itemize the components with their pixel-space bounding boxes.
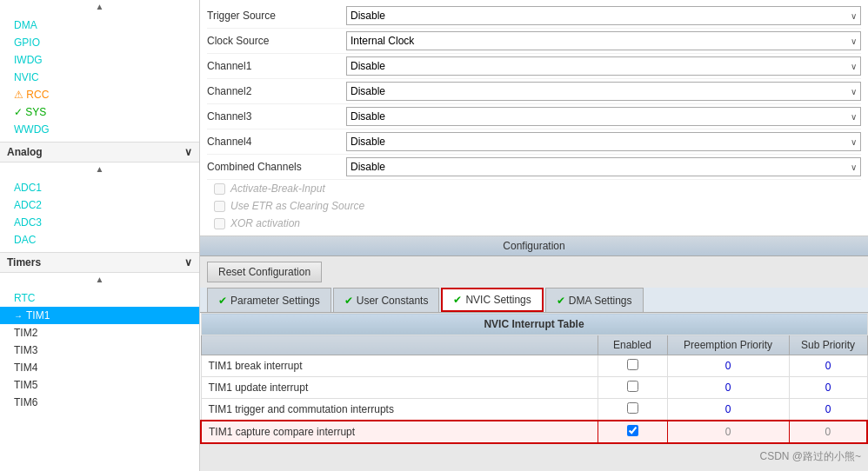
tim1-break-sub: 0 bbox=[789, 355, 867, 377]
sidebar-item-tim6[interactable]: TIM6 bbox=[0, 394, 199, 411]
trigger-source-arrow-icon: ∨ bbox=[851, 11, 857, 21]
tim1-capture-sub: 0 bbox=[789, 421, 867, 443]
analog-group-header[interactable]: Analog ∨ bbox=[0, 142, 199, 163]
xor-activation-label: XOR activation bbox=[230, 217, 300, 229]
sidebar-item-sys[interactable]: ✓ SYS bbox=[0, 103, 199, 121]
tim1-arrow-icon: → bbox=[14, 311, 23, 321]
tim1-trigger-checkbox[interactable] bbox=[627, 402, 638, 414]
use-etr-label: Use ETR as Clearing Source bbox=[230, 200, 364, 212]
sidebar-item-tim3[interactable]: TIM3 bbox=[0, 342, 199, 359]
tim1-capture-preemption: 0 bbox=[667, 421, 789, 443]
tim1-update-preemption: 0 bbox=[667, 377, 789, 399]
channel3-select[interactable]: Disable ∨ bbox=[346, 107, 861, 126]
clock-source-select[interactable]: Internal Clock ∨ bbox=[346, 31, 861, 50]
tim1-trigger-sub: 0 bbox=[789, 399, 867, 421]
sidebar-item-wwdg[interactable]: WWDG bbox=[0, 121, 199, 138]
tab-parameter-settings[interactable]: ✔ Parameter Settings bbox=[207, 288, 331, 312]
activate-break-checkbox[interactable] bbox=[214, 183, 225, 195]
timers-group-label: Timers bbox=[7, 256, 41, 269]
tim1-trigger-preemption: 0 bbox=[667, 399, 789, 421]
channel1-select[interactable]: Disable ∨ bbox=[346, 56, 861, 76]
sidebar-item-tim5[interactable]: TIM5 bbox=[0, 376, 199, 394]
scroll-up-analog[interactable]: ▲ bbox=[0, 163, 199, 176]
sidebar-item-adc2[interactable]: ADC2 bbox=[0, 196, 199, 214]
sidebar-item-tim2[interactable]: TIM2 bbox=[0, 324, 199, 342]
analog-chevron-icon: ∨ bbox=[184, 146, 192, 158]
combined-channels-label: Combined Channels bbox=[207, 161, 346, 173]
tim1-update-sub: 0 bbox=[789, 377, 867, 399]
timers-chevron-icon: ∨ bbox=[184, 256, 192, 269]
clock-source-row: Clock Source Internal Clock ∨ bbox=[207, 29, 861, 54]
table-row: TIM1 trigger and commutation interrupts … bbox=[201, 399, 867, 421]
col-sub-header: Sub Priority bbox=[789, 335, 867, 355]
channel3-value: Disable bbox=[351, 110, 385, 123]
nvic-table-header: NVIC Interrupt Table bbox=[201, 314, 867, 335]
tim1-capture-enabled bbox=[598, 421, 667, 443]
channel1-row: Channel1 Disable ∨ bbox=[207, 54, 861, 79]
config-title: Configuration bbox=[200, 236, 868, 256]
sidebar-item-adc3[interactable]: ADC3 bbox=[0, 214, 199, 231]
sidebar-item-rtc[interactable]: RTC bbox=[0, 289, 199, 307]
tim1-update-checkbox[interactable] bbox=[627, 381, 638, 392]
sidebar: ▲ DMA GPIO IWDG NVIC ⚠ RCC ✓ SYS WWDG An… bbox=[0, 0, 200, 471]
sidebar-item-rcc[interactable]: ⚠ RCC bbox=[0, 86, 199, 103]
analog-group-label: Analog bbox=[7, 146, 43, 158]
channel4-row: Channel4 Disable ∨ bbox=[207, 129, 861, 155]
channel4-value: Disable bbox=[351, 136, 385, 148]
scroll-up-timers[interactable]: ▲ bbox=[0, 273, 199, 286]
tim1-update-enabled bbox=[598, 377, 667, 399]
sidebar-item-tim4[interactable]: TIM4 bbox=[0, 359, 199, 376]
tab-parameter-label: Parameter Settings bbox=[230, 295, 320, 307]
analog-section: ADC1 ADC2 ADC3 DAC bbox=[0, 176, 199, 252]
channel2-select[interactable]: Disable ∨ bbox=[346, 82, 861, 101]
sidebar-item-dma[interactable]: DMA bbox=[0, 17, 199, 34]
clock-source-label: Clock Source bbox=[207, 35, 346, 47]
channel4-select[interactable]: Disable ∨ bbox=[346, 132, 861, 151]
trigger-source-value: Disable bbox=[351, 10, 385, 22]
clock-source-arrow-icon: ∨ bbox=[851, 36, 857, 46]
use-etr-checkbox[interactable] bbox=[214, 201, 225, 212]
sidebar-item-tim1[interactable]: → TIM1 bbox=[0, 307, 199, 324]
tabs-row: ✔ Parameter Settings ✔ User Constants ✔ … bbox=[200, 288, 868, 313]
nvic-check-icon: ✔ bbox=[453, 294, 462, 306]
tab-dma-settings[interactable]: ✔ DMA Settings bbox=[545, 288, 644, 312]
tim1-break-preemption: 0 bbox=[667, 355, 789, 377]
tim1-capture-checkbox[interactable] bbox=[627, 425, 638, 436]
system-core-section: DMA GPIO IWDG NVIC ⚠ RCC ✓ SYS WWDG bbox=[0, 13, 199, 142]
col-name-header bbox=[201, 335, 598, 355]
sidebar-item-adc1[interactable]: ADC1 bbox=[0, 179, 199, 196]
activate-break-label: Activate-Break-Input bbox=[230, 182, 325, 195]
parameter-check-icon: ✔ bbox=[218, 295, 227, 307]
xor-activation-row: XOR activation bbox=[207, 215, 861, 232]
timers-group-header[interactable]: Timers ∨ bbox=[0, 252, 199, 273]
tab-nvic-settings[interactable]: ✔ NVIC Settings bbox=[441, 288, 543, 312]
combined-channels-select[interactable]: Disable ∨ bbox=[346, 157, 861, 176]
sidebar-item-iwdg[interactable]: IWDG bbox=[0, 51, 199, 69]
col-preemption-header: Preemption Priority bbox=[667, 335, 789, 355]
activate-break-row: Activate-Break-Input bbox=[207, 180, 861, 197]
tab-user-constants[interactable]: ✔ User Constants bbox=[333, 288, 440, 312]
config-form: Trigger Source Disable ∨ Clock Source In… bbox=[200, 0, 868, 236]
channel4-arrow-icon: ∨ bbox=[851, 137, 857, 147]
nvic-table: NVIC Interrupt Table Enabled Preemption … bbox=[200, 313, 868, 471]
combined-channels-value: Disable bbox=[351, 161, 385, 173]
main-content: Trigger Source Disable ∨ Clock Source In… bbox=[200, 0, 868, 471]
use-etr-row: Use ETR as Clearing Source bbox=[207, 197, 861, 215]
tim1-break-enabled bbox=[598, 355, 667, 377]
combined-channels-row: Combined Channels Disable ∨ bbox=[207, 155, 861, 180]
configuration-section: Configuration Reset Configuration ✔ Para… bbox=[200, 236, 868, 471]
sidebar-item-dac[interactable]: DAC bbox=[0, 231, 199, 249]
tab-nvic-label: NVIC Settings bbox=[465, 294, 531, 306]
reset-btn-row: Reset Configuration bbox=[200, 256, 868, 288]
table-row-highlight: TIM1 capture compare interrupt 0 0 bbox=[201, 421, 867, 443]
clock-source-value: Internal Clock bbox=[351, 35, 414, 47]
sidebar-item-nvic[interactable]: NVIC bbox=[0, 69, 199, 86]
reset-configuration-button[interactable]: Reset Configuration bbox=[207, 262, 322, 282]
xor-activation-checkbox[interactable] bbox=[214, 218, 225, 229]
sidebar-item-gpio[interactable]: GPIO bbox=[0, 34, 199, 51]
tim1-break-checkbox[interactable] bbox=[627, 359, 638, 370]
trigger-source-select[interactable]: Disable ∨ bbox=[346, 6, 861, 25]
channel1-arrow-icon: ∨ bbox=[851, 62, 857, 71]
scroll-up-top[interactable]: ▲ bbox=[0, 0, 199, 13]
table-row: TIM1 update interrupt 0 0 bbox=[201, 377, 867, 399]
